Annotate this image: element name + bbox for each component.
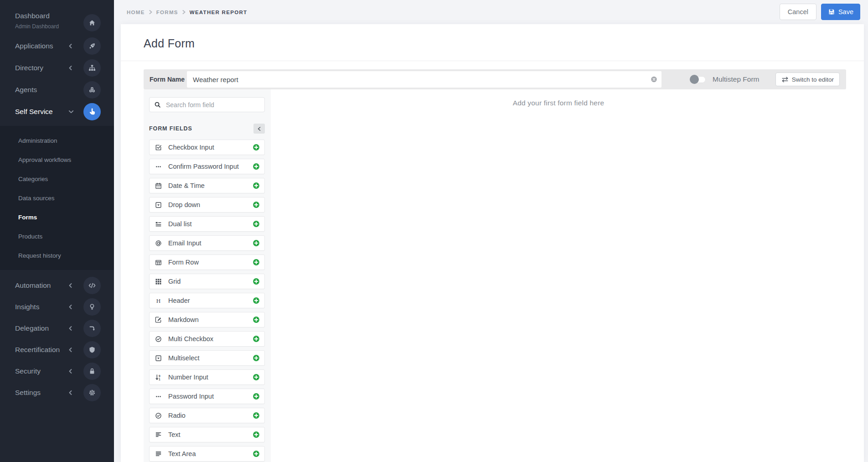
add-field-icon[interactable] [253,278,260,285]
switch-arrows-icon [781,77,789,83]
form-canvas-dropzone[interactable]: Add your first form field here [271,89,846,462]
code-icon [83,277,101,294]
cancel-button[interactable]: Cancel [780,4,816,20]
field-item-label: Text Area [168,450,196,457]
add-field-icon[interactable] [253,393,260,400]
lightbulb-icon [83,298,101,316]
field-item-header[interactable]: HHeader [149,293,265,308]
add-field-icon[interactable] [253,182,260,189]
chevron-left-icon [68,283,72,288]
search-icon [154,101,161,108]
field-item-label: Dual list [168,220,192,228]
sort-numeric-icon: 91 [155,374,162,381]
sidebar-item-directory[interactable]: Directory [0,57,114,79]
form-name-bar: Form Name Multistep Form Switch to edito… [144,69,846,89]
add-field-icon[interactable] [253,412,260,419]
form-builder: FORM FIELDS Checkbox InputConfirm Passwo… [144,89,846,462]
field-item-date-time[interactable]: Date & Time [149,178,265,193]
sidebar-subitem-request-history[interactable]: Request history [0,246,114,265]
search-input[interactable] [165,101,260,109]
home-icon [83,14,101,31]
sidebar-item-self-service[interactable]: Self Service [0,101,114,123]
align-lines-icon [155,451,162,457]
chevron-left-icon [68,304,72,309]
field-item-label: Password Input [168,393,214,400]
save-button[interactable]: Save [821,4,860,20]
chevron-right-icon [149,10,152,14]
add-field-icon[interactable] [253,316,260,323]
field-item-dual-list[interactable]: Dual list [149,216,265,232]
gear-icon [83,384,101,401]
add-field-icon[interactable] [253,354,260,362]
chevron-right-icon [182,10,186,14]
add-field-icon[interactable] [253,220,260,228]
sitemap-icon [83,59,101,77]
sidebar-item-label: Delegation [15,324,49,332]
field-item-password-input[interactable]: Password Input [149,389,265,404]
field-item-label: Markdown [168,316,199,323]
sidebar-item-delegation[interactable]: Delegation [0,317,114,339]
sidebar-item-insights[interactable]: Insights [0,296,114,317]
rocket-icon [83,37,101,55]
add-field-icon[interactable] [253,297,260,304]
sidebar-subitem-forms[interactable]: Forms [0,208,114,227]
field-item-label: Form Row [168,259,199,266]
add-field-icon[interactable] [253,450,260,457]
field-item-number-input[interactable]: 91Number Input [149,369,265,385]
hand-pointer-icon [83,103,101,120]
field-item-text-area[interactable]: Text Area [149,446,265,462]
add-field-icon[interactable] [253,259,260,266]
field-item-markdown[interactable]: Markdown [149,312,265,327]
field-item-radio[interactable]: Radio [149,408,265,423]
add-field-icon[interactable] [253,239,260,247]
add-field-icon[interactable] [253,335,260,343]
sidebar-item-applications[interactable]: Applications [0,35,114,57]
switch-to-editor-button[interactable]: Switch to editor [775,73,840,86]
clear-icon[interactable] [651,76,657,83]
chevron-left-icon [68,390,72,395]
field-item-grid[interactable]: Grid [149,274,265,289]
sidebar-subitem-administration[interactable]: Administration [0,131,114,151]
breadcrumb-forms[interactable]: FORMS [156,10,178,15]
sidebar-item-agents[interactable]: Agents [0,79,114,101]
ellipsis-icon [155,163,162,170]
sidebar-subitem-categories[interactable]: Categories [0,170,114,189]
field-item-email-input[interactable]: Email Input [149,235,265,251]
form-name-input[interactable] [187,71,661,88]
field-item-label: Date & Time [168,182,205,189]
field-item-drop-down[interactable]: Drop down [149,197,265,213]
sidebar-subitem-data-sources[interactable]: Data sources [0,189,114,208]
sidebar-item-settings[interactable]: Settings [0,382,114,403]
sidebar-item-label: Applications [15,42,53,50]
field-item-multiselect[interactable]: Multiselect [149,350,265,366]
multistep-toggle[interactable] [691,76,706,83]
add-form-card: Add Form Form Name Multistep Form Switch… [121,24,864,462]
field-item-text[interactable]: Text [149,427,265,442]
sidebar-item-automation[interactable]: Automation [0,275,114,296]
add-field-icon[interactable] [253,163,260,170]
add-field-icon[interactable] [253,201,260,208]
field-item-confirm-password-input[interactable]: Confirm Password Input [149,159,265,174]
field-item-form-row[interactable]: Form Row [149,254,265,270]
sidebar-item-recertification[interactable]: Recertification [0,339,114,360]
save-button-label: Save [838,8,853,16]
sidebar-item-label: Insights [15,303,39,311]
sidebar-item-label: Agents [15,86,37,94]
field-item-label: Drop down [168,201,200,208]
field-item-label: Number Input [168,374,208,381]
field-search-box [149,97,265,112]
add-field-icon[interactable] [253,374,260,381]
sidebar-subitem-products[interactable]: Products [0,227,114,246]
sidebar-item-label: Settings [15,389,41,397]
field-item-checkbox-input[interactable]: Checkbox Input [149,140,265,155]
empty-canvas-message: Add your first form field here [513,99,604,107]
chevron-left-icon [68,326,72,331]
sidebar-item-security[interactable]: Security [0,360,114,382]
sidebar-subitem-approval-workflows[interactable]: Approval workflows [0,151,114,170]
add-field-icon[interactable] [253,431,260,438]
collapse-panel-button[interactable] [253,124,265,134]
sidebar-item-dashboard[interactable]: Dashboard Admin Dashboard [0,0,114,35]
add-field-icon[interactable] [253,144,260,151]
field-item-multi-checkbox[interactable]: Multi Checkbox [149,331,265,347]
breadcrumb-home[interactable]: HOME [127,10,145,15]
